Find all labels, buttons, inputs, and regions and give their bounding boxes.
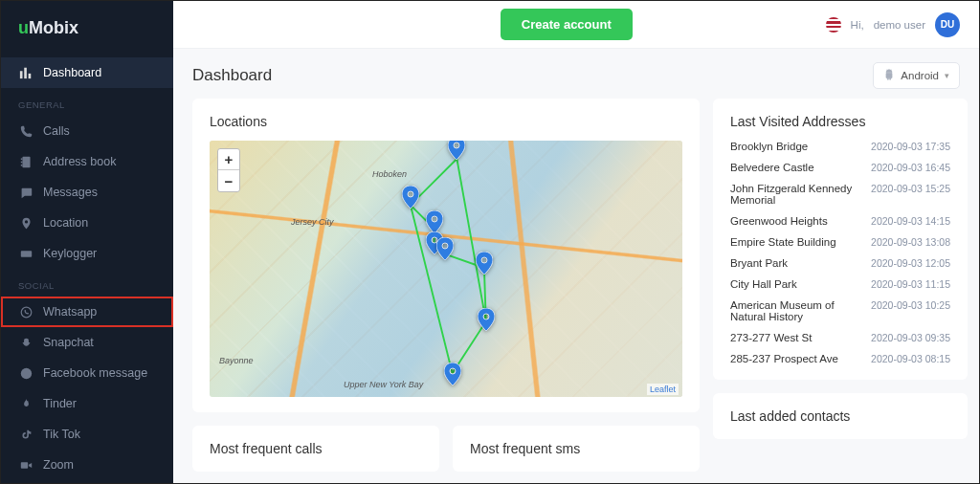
create-account-button[interactable]: Create account bbox=[501, 9, 633, 40]
sidebar: uMobix Dashboard GENERAL Calls Address b… bbox=[1, 1, 173, 483]
svg-point-9 bbox=[20, 367, 31, 378]
svg-rect-0 bbox=[20, 71, 23, 78]
svg-rect-10 bbox=[20, 462, 27, 469]
map-attribution[interactable]: Leaflet bbox=[647, 384, 679, 395]
sidebar-item-label: Zoom bbox=[43, 458, 74, 472]
os-label: Android bbox=[901, 70, 939, 81]
svg-rect-4 bbox=[20, 158, 22, 160]
map-pin[interactable] bbox=[448, 141, 465, 160]
dashboard-icon bbox=[18, 65, 33, 80]
video-icon bbox=[18, 457, 33, 473]
user-menu[interactable]: Hi, demo user DU bbox=[826, 12, 960, 37]
map-pin[interactable] bbox=[426, 210, 443, 233]
address-time: 2020-09-03 11:15 bbox=[871, 278, 950, 290]
map-pin[interactable] bbox=[478, 308, 495, 331]
sidebar-item-label: Location bbox=[43, 216, 88, 230]
logo-suffix: Mobix bbox=[29, 18, 78, 37]
keyboard-icon bbox=[18, 246, 33, 261]
last-added-contacts-card: Last added contacts bbox=[713, 393, 968, 439]
svg-point-8 bbox=[21, 307, 32, 318]
logo[interactable]: uMobix bbox=[1, 14, 173, 57]
address-row[interactable]: Greenwood Heights2020-09-03 14:15 bbox=[730, 215, 950, 227]
address-time: 2020-09-03 16:45 bbox=[871, 162, 950, 173]
address-row[interactable]: Empire State Building2020-09-03 13:08 bbox=[730, 236, 950, 248]
address-name: Brooklyn Bridge bbox=[730, 141, 863, 152]
svg-rect-1 bbox=[24, 68, 27, 78]
map-pin[interactable] bbox=[476, 252, 493, 275]
sidebar-item-label: Calls bbox=[43, 124, 70, 138]
card-title: Last added contacts bbox=[730, 408, 950, 424]
zoom-in-button[interactable]: + bbox=[218, 149, 239, 170]
tiktok-icon bbox=[18, 427, 33, 442]
sidebar-item-tiktok[interactable]: Tik Tok bbox=[1, 419, 173, 450]
logo-prefix: u bbox=[18, 18, 29, 37]
svg-rect-5 bbox=[20, 161, 22, 163]
sidebar-item-keylogger[interactable]: Keylogger bbox=[1, 238, 173, 269]
map-pin[interactable] bbox=[402, 186, 419, 209]
sidebar-item-dashboard[interactable]: Dashboard bbox=[1, 57, 173, 88]
address-row[interactable]: Belvedere Castle2020-09-03 16:45 bbox=[730, 162, 950, 173]
address-time: 2020-09-03 08:15 bbox=[871, 353, 950, 364]
sidebar-item-label: Dashboard bbox=[43, 66, 101, 79]
address-row[interactable]: 285-237 Prospect Ave2020-09-03 08:15 bbox=[730, 353, 950, 364]
flag-icon bbox=[826, 17, 841, 33]
sidebar-item-facebook-message[interactable]: Facebook message bbox=[1, 358, 173, 388]
sidebar-section-social: SOCIAL bbox=[1, 269, 173, 297]
address-time: 2020-09-03 09:35 bbox=[871, 332, 950, 343]
address-name: Belvedere Castle bbox=[730, 162, 863, 173]
svg-rect-2 bbox=[29, 74, 32, 78]
sidebar-item-messages[interactable]: Messages bbox=[1, 177, 173, 208]
sidebar-item-snapchat[interactable]: Snapchat bbox=[1, 327, 173, 358]
sidebar-item-address-book[interactable]: Address book bbox=[1, 146, 173, 177]
address-name: City Hall Park bbox=[730, 278, 863, 290]
address-time: 2020-09-03 14:15 bbox=[871, 215, 950, 227]
topbar: Create account Hi, demo user DU bbox=[173, 1, 979, 49]
sidebar-item-label: Keylogger bbox=[43, 247, 97, 260]
sidebar-item-calls[interactable]: Calls bbox=[1, 116, 173, 146]
sidebar-item-label: Messages bbox=[43, 186, 98, 199]
address-name: Bryant Park bbox=[730, 257, 863, 269]
address-time: 2020-09-03 12:05 bbox=[871, 257, 950, 269]
most-frequent-calls-card: Most frequent calls bbox=[192, 426, 439, 472]
map-zoom-control: + − bbox=[217, 148, 240, 192]
sidebar-item-label: Tinder bbox=[43, 397, 77, 410]
os-selector[interactable]: Android ▾ bbox=[873, 62, 960, 89]
address-time: 2020-09-03 10:25 bbox=[871, 299, 950, 311]
messenger-icon bbox=[18, 365, 33, 381]
pin-icon bbox=[18, 215, 33, 231]
map-pin[interactable] bbox=[436, 237, 454, 260]
address-row[interactable]: American Museum of Natural History2020-0… bbox=[730, 299, 950, 322]
map-pin[interactable] bbox=[444, 363, 461, 385]
svg-rect-6 bbox=[20, 164, 22, 165]
greeting-prefix: Hi, bbox=[851, 19, 864, 31]
address-name: 285-237 Prospect Ave bbox=[730, 353, 863, 364]
last-visited-card: Last Visited Addresses Brooklyn Bridge20… bbox=[713, 99, 968, 380]
zoom-out-button[interactable]: − bbox=[218, 170, 239, 191]
map[interactable]: HobokenJersey CityBayonneUpper New York … bbox=[210, 141, 682, 397]
sidebar-item-whatsapp[interactable]: Whatsapp bbox=[1, 297, 173, 327]
svg-rect-7 bbox=[20, 251, 31, 257]
sidebar-item-zoom[interactable]: Zoom bbox=[1, 450, 173, 480]
snapchat-icon bbox=[18, 335, 33, 350]
page-title: Dashboard bbox=[192, 66, 272, 85]
book-icon bbox=[18, 154, 33, 169]
address-time: 2020-09-03 17:35 bbox=[871, 141, 950, 152]
sidebar-item-location[interactable]: Location bbox=[1, 208, 173, 238]
address-row[interactable]: City Hall Park2020-09-03 11:15 bbox=[730, 278, 950, 290]
card-title: Most frequent calls bbox=[210, 441, 422, 456]
address-row[interactable]: Bryant Park2020-09-03 12:05 bbox=[730, 257, 950, 269]
card-title: Locations bbox=[210, 114, 682, 129]
user-name: demo user bbox=[874, 19, 925, 31]
sidebar-item-tinder[interactable]: Tinder bbox=[1, 388, 173, 419]
sidebar-item-label: Facebook message bbox=[43, 366, 147, 380]
avatar: DU bbox=[935, 12, 960, 37]
sidebar-item-label: Tik Tok bbox=[43, 428, 80, 441]
address-name: Greenwood Heights bbox=[730, 215, 863, 227]
address-row[interactable]: Brooklyn Bridge2020-09-03 17:35 bbox=[730, 141, 950, 152]
address-row[interactable]: John Fitzgerald Kennedy Memorial2020-09-… bbox=[730, 183, 950, 206]
whatsapp-icon bbox=[18, 304, 33, 319]
address-row[interactable]: 273-277 West St2020-09-03 09:35 bbox=[730, 332, 950, 343]
chevron-down-icon: ▾ bbox=[945, 71, 949, 80]
address-name: 273-277 West St bbox=[730, 332, 863, 343]
message-icon bbox=[18, 185, 33, 200]
